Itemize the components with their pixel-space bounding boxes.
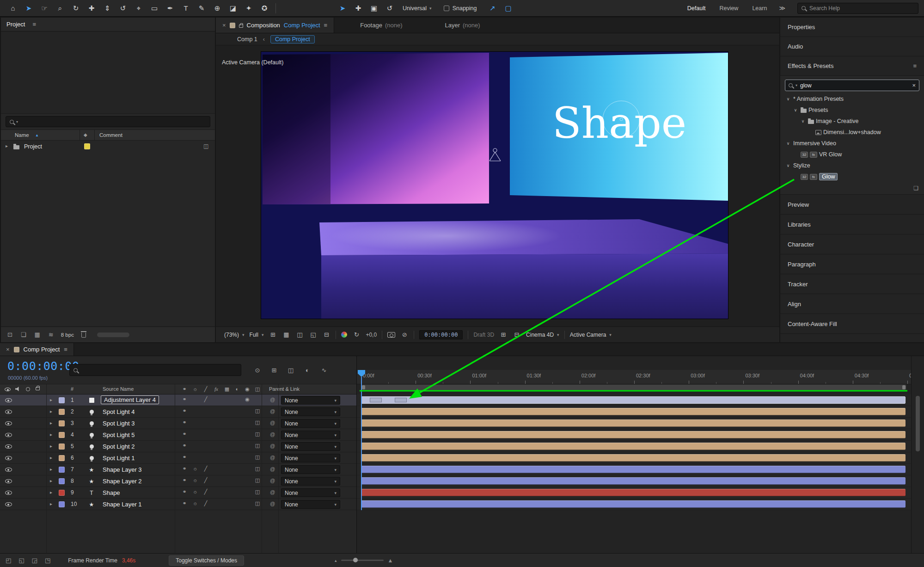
layer-row-shape-layer-2[interactable]: ▸8★Shape Layer 2⚭☼╱◫@None▾ [0,475,356,487]
eye-column-icon[interactable] [5,387,11,392]
pan-behind-tool-icon[interactable]: ⌖ [131,2,146,14]
gizmo-scale-icon[interactable]: ▣ [367,2,381,14]
zoom-slider[interactable] [341,560,384,561]
draft-3d-button[interactable]: Draft 3D [473,332,494,338]
hand-tool-icon[interactable]: ☞ [37,2,52,14]
pen-tool-icon[interactable]: ✒ [163,2,177,14]
label-color-chip[interactable] [84,143,90,149]
project-settings-icon[interactable]: ≋ [49,331,54,338]
frame-blending-icon[interactable]: ◐ [302,364,313,376]
collapse-switch-icon[interactable]: ☼ [191,489,199,494]
layer-duration-bar[interactable] [361,443,906,450]
layer-row-adjustment-layer-4[interactable]: ▸1Adjustment Layer 4⚭╱◉@None▾ [0,394,356,406]
cube-switch-icon[interactable]: ◫ [254,431,261,437]
label-column-icon[interactable]: ◆ [84,132,87,137]
tab-footage[interactable]: Footage (none) [360,22,402,29]
layer-row-shape-layer-3[interactable]: ▸7★Shape Layer 3⚭☼╱◫@None▾ [0,464,356,475]
current-time-display[interactable]: 0:00:00:00 [7,359,80,373]
parent-dropdown[interactable]: None▾ [281,454,340,462]
eye-icon[interactable] [5,421,12,425]
cube-switch-icon[interactable]: ◫ [254,477,261,483]
quality-column-icon[interactable]: ╱ [202,386,209,392]
timeline-search[interactable] [69,364,241,376]
eye-icon[interactable] [5,479,12,483]
tab-layer[interactable]: Layer (none) [445,22,480,29]
shy-switch-icon[interactable]: ⚭ [181,500,188,506]
panel-header-libraries[interactable]: Libraries [780,215,924,234]
shape-tool-icon[interactable]: ▭ [147,2,162,14]
layer-row-spot-light-2[interactable]: ▸5Spot Light 2⚭◫@None▾ [0,441,356,452]
collapse-column-icon[interactable]: ☼ [191,386,199,392]
column-parent-link[interactable]: Parent & Link [269,386,300,392]
lock-icon[interactable] [239,25,243,28]
layer-name[interactable]: Spot Light 1 [103,455,135,462]
chevron-down-icon[interactable]: ∨ [800,119,806,123]
gizmo-mode-dropdown[interactable]: Universal ▾ [403,5,432,12]
panel-menu-icon[interactable]: ≡ [32,21,36,28]
audio-column-icon[interactable] [15,387,20,392]
panel-menu-icon[interactable]: ≡ [913,62,917,69]
layer-name[interactable]: Shape Layer 3 [103,466,142,473]
quality-switch-icon[interactable]: ╱ [202,396,209,402]
timeline-scrollbar[interactable] [911,356,924,553]
grid-guides-icon[interactable]: ⊞ [269,331,277,338]
preset-item-immersive-video[interactable]: ∨Immersive Video [780,138,924,149]
magnification-dropdown[interactable]: (73%)▾ [224,332,245,338]
zoom-in-icon[interactable]: ▲ [388,557,393,564]
shy-switch-icon[interactable]: ⚭ [181,419,188,425]
panel-header-tracker[interactable]: Tracker [780,274,924,294]
parent-dropdown[interactable]: None▾ [281,396,340,405]
trash-icon[interactable] [81,333,86,338]
parent-dropdown[interactable]: None▾ [281,419,340,428]
show-channel-icon[interactable] [341,332,347,338]
roto-brush-tool-icon[interactable]: ✦ [241,2,256,14]
expander-icon[interactable]: ▸ [6,143,8,148]
clear-search-icon[interactable]: × [912,82,916,89]
preset-item-image-creative[interactable]: ∨Image - Creative [780,116,924,127]
layer-row-shape-layer-1[interactable]: ▸10★Shape Layer 1⚭☼╱◫@None▾ [0,499,356,510]
view-layout-icon[interactable]: ⊟ [322,331,330,338]
eye-icon[interactable] [5,398,12,402]
parent-dropdown[interactable]: None▾ [281,442,340,451]
effects-search-input[interactable] [800,82,909,89]
pick-whip-icon[interactable]: @ [270,455,275,460]
home-icon[interactable]: ⌂ [6,2,20,14]
preset-item-vr-glow[interactable]: 32fxVR Glow [780,149,924,160]
breadcrumb-current[interactable]: Comp Project [270,35,315,43]
preview-time[interactable]: 0:00:00:00 [419,330,463,339]
shy-switch-icon[interactable]: ⚭ [181,489,188,495]
puppet-pin-tool-icon[interactable]: ✪ [257,2,272,14]
rotation-tool-icon[interactable]: ↺ [116,2,130,14]
panel-header-character[interactable]: Character [780,234,924,254]
cube-switch-icon[interactable]: ◫ [254,466,261,472]
expander-icon[interactable]: ▸ [50,397,52,402]
pan-camera-tool-icon[interactable]: ✚ [84,2,99,14]
parent-dropdown[interactable]: None▾ [281,477,340,486]
pick-whip-icon[interactable]: @ [270,408,275,414]
workspace-overflow-icon[interactable]: ≫ [779,5,785,12]
layer-row-shape[interactable]: ▸9TShape⚭☼╱◫@None▾ [0,487,356,499]
expander-icon[interactable]: ▸ [50,490,52,495]
mask-visibility-icon[interactable]: ▦ [282,331,290,338]
pick-whip-icon[interactable]: @ [270,466,275,472]
keyframe-handle[interactable] [370,398,382,402]
parent-dropdown[interactable]: None▾ [281,431,340,439]
column-source-name[interactable]: Source Name [103,386,134,392]
cube-column-icon[interactable]: ◫ [254,386,261,392]
close-tab-icon[interactable]: × [222,22,226,29]
project-search-input[interactable] [20,118,206,125]
column-comment[interactable]: Comment [99,132,122,138]
resolution-dropdown[interactable]: Full▾ [250,332,264,338]
label-color-chip[interactable] [59,409,65,415]
panel-menu-icon[interactable]: ≡ [64,346,67,353]
panel-header-audio[interactable]: Audio [780,37,924,56]
pick-whip-icon[interactable]: @ [270,501,275,506]
selection-tool-icon[interactable]: ➤ [21,2,36,14]
shy-switch-icon[interactable]: ⚭ [181,408,188,414]
layer-duration-bar[interactable] [361,500,906,508]
clone-stamp-tool-icon[interactable]: ⊕ [210,2,225,14]
layer-name[interactable]: Spot Light 4 [103,408,135,415]
new-folder-icon[interactable]: ❏ [21,331,26,338]
breadcrumb-back[interactable]: Comp 1 [237,36,257,43]
layer-name[interactable]: Shape Layer 2 [103,478,142,485]
